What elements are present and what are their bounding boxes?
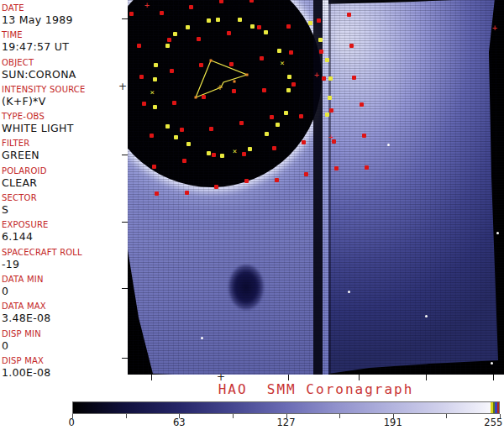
metadata-label: SECTOR — [2, 192, 128, 203]
metadata-field: SECTORS — [2, 192, 128, 219]
colorbar — [72, 401, 500, 414]
fiducial-dot-yellow — [318, 38, 323, 42]
metadata-value: S — [2, 203, 128, 216]
fiducial-dot-yellow — [165, 124, 170, 128]
fiducial-dot-red — [185, 191, 189, 195]
fiducial-dot-red — [270, 115, 274, 119]
colorbar-label: 63 — [173, 417, 186, 428]
fiducial-dot-red — [209, 127, 213, 131]
fiducial-dot-red — [317, 18, 321, 23]
fiducial-dot-red — [150, 134, 154, 138]
metadata-value: 6.144 — [2, 230, 128, 243]
metadata-field: FILTERGREEN — [2, 138, 128, 165]
bottom-axis-plus: + — [217, 373, 225, 381]
fiducial-dot-yellow — [174, 135, 178, 139]
fiducial-dot-red — [182, 159, 186, 163]
fiducial-dot-yellow — [286, 88, 291, 92]
colorbar-saturation-stripe — [497, 402, 500, 413]
fiducial-dot-yellow — [173, 32, 177, 36]
metadata-label: OBJECT — [2, 57, 128, 68]
fiducial-dot-red — [239, 121, 244, 125]
fiducial-dot-red — [272, 146, 276, 150]
polygon-vertex-marker — [234, 81, 236, 83]
fiducial-dot-red — [202, 95, 206, 99]
fiducial-dot-yellow — [277, 49, 281, 53]
metadata-field: DATA MIN0 — [2, 274, 128, 301]
fiducial-dot-yellow — [153, 105, 157, 109]
fiducial-dot-yellow — [325, 58, 329, 62]
fiducial-dot-red — [319, 50, 323, 54]
left-axis-tick — [122, 222, 128, 223]
fiducial-dot-red — [242, 152, 246, 156]
coronagraph-image: ×××++++ — [128, 0, 504, 375]
metadata-field: SPACECRAFT ROLL-19 — [2, 247, 128, 274]
star-dot — [425, 315, 428, 317]
fiducial-dot-red — [286, 24, 291, 29]
colorbar-label: 127 — [277, 417, 296, 428]
fiducial-dot-yellow — [207, 151, 211, 155]
metadata-label: DISP MIN — [2, 328, 128, 339]
metadata-label: DATA MIN — [2, 274, 128, 285]
fiducial-dot-red — [129, 12, 134, 16]
fiducial-dot-red — [362, 134, 366, 138]
fiducial-dot-red — [257, 25, 261, 29]
fiducial-dot-yellow — [220, 154, 224, 158]
colorbar-label: 255 — [484, 417, 502, 428]
bottom-axis-tick — [288, 375, 289, 380]
bottom-axis-tick — [151, 375, 152, 380]
star-dot — [496, 232, 499, 234]
left-axis-tick — [122, 155, 128, 155]
left-axis-tick — [122, 358, 128, 359]
fiducial-dot-yellow — [308, 21, 312, 25]
metadata-label: TYPE-OBS — [2, 111, 128, 122]
fiducial-dot-red — [137, 44, 141, 48]
metadata-field: DATE13 May 1989 — [2, 3, 128, 29]
metadata-label: DATA MAX — [2, 301, 128, 312]
fiducial-overlay: ×××++++ — [128, 0, 504, 375]
fiducial-dot-yellow — [325, 113, 329, 117]
metadata-field: INTENSITY SOURCE(K+F)*V — [2, 84, 128, 111]
metadata-value: 0 — [2, 339, 128, 352]
star-dot — [387, 144, 390, 146]
metadata-value: 1.00E-08 — [2, 366, 128, 379]
metadata-label: DATE — [2, 3, 128, 13]
bottom-axis-tick — [426, 375, 427, 380]
colorbar-tick — [126, 414, 127, 418]
fiducial-dot-red — [299, 114, 303, 118]
fiducial-dot-red — [212, 153, 216, 157]
metadata-label: FILTER — [2, 138, 128, 149]
metadata-field: DISP MAX1.00E-08 — [2, 355, 128, 382]
fiducial-dot-yellow — [238, 18, 242, 22]
metadata-value: 13 May 1989 — [2, 13, 128, 26]
fiducial-dot-yellow — [207, 18, 211, 23]
metadata-value: CLEAR — [2, 176, 128, 189]
fiducial-dot-red — [260, 56, 264, 60]
fiducial-plus-red: + — [144, 3, 150, 9]
metadata-value: -19 — [2, 258, 128, 270]
fiducial-dot-red — [232, 89, 236, 93]
fiducial-dot-red — [142, 102, 146, 106]
star-dot — [348, 291, 350, 293]
metadata-field: OBJECTSUN:CORONA — [2, 57, 128, 84]
metadata-label: TIME — [2, 29, 128, 40]
fiducial-dot-red — [152, 165, 156, 169]
fiducial-dot-yellow — [287, 75, 291, 79]
image-caption: HAO SMM Coronagraph — [128, 381, 504, 397]
fiducial-dot-red — [219, 0, 223, 3]
fiducial-plus-red: + — [314, 72, 319, 79]
bottom-axis-tick — [359, 375, 360, 380]
colorbar-label: 191 — [384, 417, 402, 428]
fiducial-dot-red — [139, 75, 144, 79]
metadata-label: INTENSITY SOURCE — [2, 84, 128, 95]
fiducial-dot-red — [199, 63, 203, 67]
fiducial-dot-red — [347, 13, 351, 17]
fiducial-dot-red — [249, 0, 254, 3]
fiducial-dot-red — [189, 5, 193, 9]
metadata-value: 19:47:57 UT — [2, 40, 128, 53]
fiducial-dot-red — [214, 185, 218, 189]
star-dot — [201, 337, 203, 339]
fiducial-dot-red — [291, 82, 296, 87]
metadata-field: POLAROIDCLEAR — [2, 165, 128, 192]
fiducial-dot-yellow — [248, 147, 252, 151]
fiducial-dot-yellow — [328, 96, 332, 100]
